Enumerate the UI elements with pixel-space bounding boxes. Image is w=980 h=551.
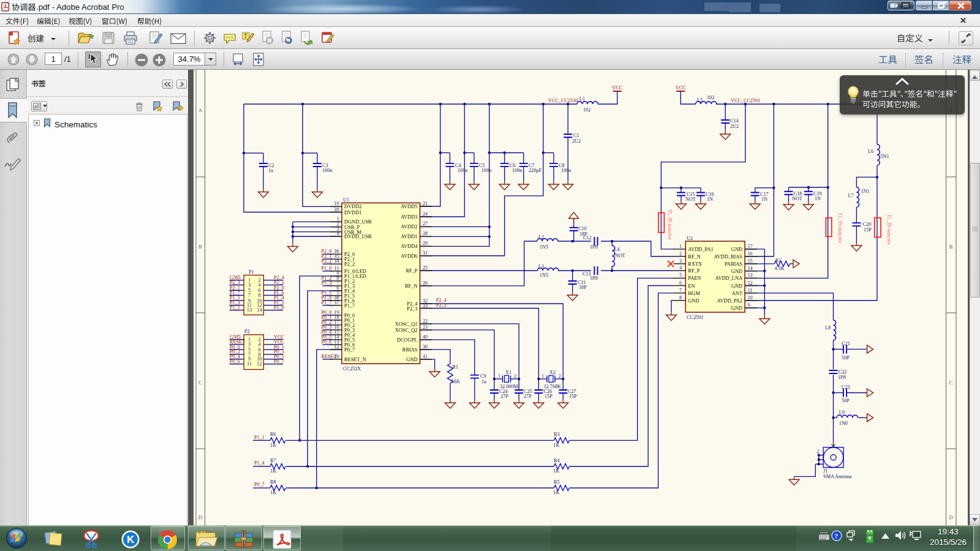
svg-text:22: 22 [423,318,428,324]
svg-text:1N0: 1N0 [839,421,848,426]
svg-text:27: 27 [423,221,428,227]
svg-text:P1_4: P1_4 [254,460,265,466]
svg-text:39: 39 [334,207,339,212]
svg-text:R4: R4 [554,458,560,463]
svg-text:D: D [949,514,953,520]
svg-text:30: 30 [423,344,428,350]
svg-text:GND: GND [731,269,742,274]
svg-text:L1: L1 [579,96,585,102]
svg-text:21: 21 [423,201,428,206]
svg-text:VCC_CC2591: VCC_CC2591 [731,98,760,103]
svg-text:P2_2: P2_2 [344,261,355,267]
svg-text:8: 8 [34,104,37,110]
svg-text:1N5: 1N5 [540,272,548,278]
svg-text:L8: L8 [825,325,831,331]
svg-text:B: B [949,244,952,250]
svg-text:56K: 56K [451,379,460,384]
svg-text:RXTX: RXTX [688,261,702,267]
svg-text:DVDD1: DVDD1 [344,210,361,216]
svg-text:32.000M: 32.000M [500,384,519,389]
svg-text:AVDD5: AVDD5 [401,204,417,209]
svg-text:HGM: HGM [688,291,700,296]
svg-text:1K: 1K [270,468,276,474]
svg-text:C23: C23 [842,384,850,390]
svg-text:P1_0: P1_0 [274,305,284,310]
svg-text:L3: L3 [538,264,544,269]
svg-text:8: 8 [679,295,682,301]
svg-text:27P: 27P [500,394,508,399]
svg-text:PAEN: PAEN [688,276,701,281]
svg-text:U2: U2 [687,236,693,241]
svg-text:P0_7: P0_7 [344,347,355,353]
svg-text:2U2: 2U2 [572,138,581,144]
svg-text:P2: P2 [244,329,250,334]
svg-text:DVDD_USB: DVDD_USB [344,234,372,239]
svg-text:AVDD_PA2: AVDD_PA2 [717,298,742,304]
svg-text:EN: EN [688,283,695,289]
svg-text:R5: R5 [554,479,560,485]
svg-text:1P8: 1P8 [590,276,598,281]
svg-text:RF_P: RF_P [405,268,417,274]
svg-text:16: 16 [748,251,753,257]
svg-text:1K: 1K [270,490,276,495]
svg-text:1P8: 1P8 [838,375,846,380]
svg-text:102: 102 [583,107,590,113]
svg-text:D: D [198,514,203,520]
svg-text:5: 5 [679,272,682,278]
svg-text:GND: GND [731,305,742,311]
svg-text:L5: L5 [697,97,703,103]
svg-text:TL_IN inductor: TL_IN inductor [667,209,673,240]
svg-text:K: K [127,534,135,545]
svg-text:15: 15 [748,258,753,264]
svg-text:R8: R8 [270,479,276,485]
svg-text:9: 9 [748,302,750,308]
svg-text:3: 3 [679,258,682,264]
svg-text:100n: 100n [322,168,332,173]
svg-text:P0_7: P0_7 [274,359,284,364]
svg-text:26: 26 [423,280,428,286]
svg-text:17: 17 [748,244,753,249]
svg-text:AVDD1: AVDD1 [401,234,417,239]
svg-text:15P: 15P [864,227,872,233]
svg-text:102: 102 [707,95,714,100]
svg-text:14: 14 [257,307,262,313]
svg-text:?: ? [835,532,839,539]
svg-text:GND: GND [731,283,742,289]
svg-text:10: 10 [334,201,339,206]
svg-text:AVDD3: AVDD3 [401,214,417,220]
svg-text:4: 4 [679,265,682,271]
svg-text:L6: L6 [868,149,873,154]
svg-text:RF_P: RF_P [688,268,699,274]
svg-text:CC2591: CC2591 [687,315,703,320]
svg-text:P2_2: P2_2 [322,258,332,264]
svg-text:P1_3: P1_3 [322,280,332,286]
svg-text:R2: R2 [775,258,782,263]
svg-text:C: C [949,380,952,386]
svg-text:C12: C12 [583,235,592,241]
svg-text:2: 2 [817,449,820,454]
svg-text:RF_N: RF_N [405,283,417,289]
svg-text:R1: R1 [453,364,459,370]
svg-text:P2_2: P2_2 [274,280,284,285]
svg-text:7: 7 [679,288,682,293]
svg-text:C20: C20 [863,222,872,227]
svg-text:15P: 15P [545,394,552,399]
svg-text:1N: 1N [707,197,713,202]
svg-text:1u: 1u [481,379,486,384]
svg-text:10: 10 [748,295,753,301]
svg-text:1K: 1K [553,468,559,474]
svg-text:U1: U1 [343,197,349,203]
svg-text:P1_1: P1_1 [230,305,240,310]
svg-text:27P: 27P [524,394,532,399]
svg-text:220pF: 220pF [529,168,541,173]
svg-text:P1_7: P1_7 [322,300,332,305]
svg-text:T: T [244,32,247,39]
svg-text:1N: 1N [815,196,821,201]
svg-text:VCC: VCC [676,84,687,91]
svg-text:P2_3: P2_3 [230,280,240,285]
svg-text:2U2: 2U2 [730,124,739,129]
svg-text:L9: L9 [839,410,845,415]
svg-text:NOT: NOT [615,253,625,258]
svg-text:ANT: ANT [732,291,742,296]
svg-text:AVDD4: AVDD4 [401,244,418,249]
